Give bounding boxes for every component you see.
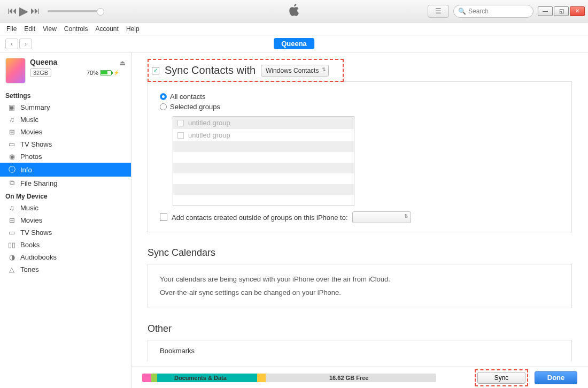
content-area: Sync Contacts with Windows Contacts All … bbox=[131, 52, 588, 388]
bottom-bar: Documents & Data 16.62 GB Free Sync Done bbox=[131, 367, 588, 388]
menu-edit[interactable]: Edit bbox=[24, 25, 35, 33]
tab-bar: ‹ › Queena bbox=[0, 35, 588, 52]
title-bar: ⏮ ▶ ⏭ ☰ 🔍 Search — ◱ ✕ bbox=[0, 0, 588, 22]
playback-controls: ⏮ ▶ ⏭ bbox=[7, 4, 40, 18]
eject-icon[interactable]: ⏏ bbox=[119, 59, 126, 67]
free-label: 16.62 GB Free bbox=[329, 375, 368, 381]
sync-contacts-select[interactable]: Windows Contacts bbox=[261, 65, 329, 77]
calendars-text-1: Your calendars are being synced with you… bbox=[160, 273, 560, 286]
ondevice-heading: On My Device bbox=[0, 189, 131, 202]
next-icon[interactable]: ⏭ bbox=[30, 5, 40, 17]
radio-all-contacts[interactable] bbox=[160, 93, 167, 100]
group-checkbox bbox=[177, 120, 184, 126]
sidebar: Queena ⏏ 32GB 70% ⚡ Settings ▣Summary ♫M… bbox=[0, 52, 131, 388]
device-name: Queena bbox=[30, 58, 57, 66]
photos-icon: ◉ bbox=[7, 153, 16, 161]
sidebar-item-label: Movies bbox=[20, 216, 42, 224]
menu-help[interactable]: Help bbox=[126, 25, 140, 33]
sidebar-item-music[interactable]: ♫Music bbox=[0, 113, 131, 126]
group-label: untitled group bbox=[188, 131, 230, 139]
sidebar-item-info[interactable]: ⓘInfo bbox=[0, 163, 131, 177]
tv-icon: ▭ bbox=[7, 229, 16, 237]
calendars-text-2: Over-the-air sync settings can be change… bbox=[160, 286, 560, 300]
sidebar-item-audiobooks[interactable]: ◑Audiobooks bbox=[0, 251, 131, 263]
menu-file[interactable]: File bbox=[6, 25, 17, 33]
sync-contacts-title: Sync Contacts with bbox=[165, 64, 256, 77]
search-input[interactable]: 🔍 Search bbox=[453, 5, 533, 18]
sidebar-item-tvshows2[interactable]: ▭TV Shows bbox=[0, 226, 131, 239]
battery-pct: 70% bbox=[87, 70, 98, 76]
forward-button[interactable]: › bbox=[19, 39, 32, 49]
add-contacts-select[interactable] bbox=[352, 211, 411, 223]
info-icon: ⓘ bbox=[7, 165, 16, 174]
radio-selected-groups[interactable] bbox=[160, 103, 167, 110]
sidebar-item-label: Tones bbox=[20, 265, 39, 273]
sync-button[interactable]: Sync bbox=[477, 372, 525, 384]
audiobooks-icon: ◑ bbox=[7, 253, 16, 261]
sidebar-item-label: Movies bbox=[20, 128, 42, 136]
tv-icon: ▭ bbox=[7, 140, 16, 148]
other-panel: Bookmarks bbox=[148, 340, 572, 361]
menu-bar: File Edit View Controls Account Help bbox=[0, 22, 588, 35]
calendars-panel: Your calendars are being synced with you… bbox=[148, 264, 572, 308]
groups-list: untitled group untitled group bbox=[173, 116, 354, 206]
sync-button-highlight: Sync bbox=[475, 369, 528, 386]
search-icon: 🔍 bbox=[458, 7, 466, 15]
sidebar-item-movies2[interactable]: ⊞Movies bbox=[0, 214, 131, 226]
other-bookmarks: Bookmarks bbox=[160, 347, 560, 355]
sidebar-item-label: Music bbox=[20, 204, 38, 212]
sidebar-item-books[interactable]: ▯▯Books bbox=[0, 239, 131, 251]
contacts-panel: All contacts Selected groups untitled gr… bbox=[148, 81, 572, 232]
radio-selected-label: Selected groups bbox=[170, 103, 220, 111]
other-title: Other bbox=[148, 323, 572, 334]
menu-controls[interactable]: Controls bbox=[64, 25, 88, 33]
sidebar-item-label: Summary bbox=[20, 103, 50, 111]
search-placeholder: Search bbox=[468, 7, 489, 15]
volume-slider[interactable] bbox=[48, 10, 101, 12]
play-icon[interactable]: ▶ bbox=[19, 4, 28, 18]
sidebar-item-label: Music bbox=[20, 116, 38, 124]
add-contacts-label: Add contacts created outside of groups o… bbox=[172, 214, 348, 222]
apple-logo-icon bbox=[288, 3, 300, 19]
sidebar-item-label: File Sharing bbox=[20, 179, 57, 187]
list-view-button[interactable]: ☰ bbox=[428, 5, 449, 18]
sync-contacts-checkbox[interactable] bbox=[152, 67, 159, 74]
menu-view[interactable]: View bbox=[43, 25, 57, 33]
movies-icon: ⊞ bbox=[7, 128, 16, 136]
sidebar-item-tones[interactable]: △Tones bbox=[0, 263, 131, 276]
sidebar-item-music2[interactable]: ♫Music bbox=[0, 202, 131, 214]
sidebar-item-label: TV Shows bbox=[20, 140, 52, 148]
sidebar-item-label: Audiobooks bbox=[20, 253, 57, 261]
add-contacts-checkbox[interactable] bbox=[160, 214, 167, 221]
music-icon: ♫ bbox=[7, 204, 16, 212]
prev-icon[interactable]: ⏮ bbox=[7, 5, 17, 17]
device-tab[interactable]: Queena bbox=[274, 38, 314, 49]
sidebar-item-movies[interactable]: ⊞Movies bbox=[0, 126, 131, 138]
sidebar-item-filesharing[interactable]: ⧉File Sharing bbox=[0, 177, 131, 189]
sidebar-item-photos[interactable]: ◉Photos bbox=[0, 150, 131, 163]
back-button[interactable]: ‹ bbox=[5, 39, 18, 49]
music-icon: ♫ bbox=[7, 116, 16, 124]
menu-account[interactable]: Account bbox=[96, 25, 119, 33]
sync-calendars-title: Sync Calendars bbox=[148, 247, 572, 258]
settings-heading: Settings bbox=[0, 89, 131, 101]
group-checkbox bbox=[177, 132, 184, 139]
filesharing-icon: ⧉ bbox=[7, 179, 16, 187]
sidebar-item-tvshows[interactable]: ▭TV Shows bbox=[0, 138, 131, 150]
minimize-button[interactable]: — bbox=[538, 6, 553, 16]
sidebar-item-label: Photos bbox=[20, 153, 42, 161]
summary-icon: ▣ bbox=[7, 103, 16, 111]
tones-icon: △ bbox=[7, 265, 16, 273]
maximize-button[interactable]: ◱ bbox=[554, 6, 569, 16]
group-label: untitled group bbox=[188, 119, 230, 127]
close-button[interactable]: ✕ bbox=[570, 6, 585, 16]
device-thumbnail bbox=[5, 58, 26, 83]
storage-label: Documents & Data bbox=[174, 375, 227, 381]
sync-contacts-header: Sync Contacts with Windows Contacts bbox=[148, 59, 344, 82]
sidebar-item-label: TV Shows bbox=[20, 229, 52, 237]
sidebar-item-label: Books bbox=[20, 241, 40, 249]
sidebar-item-summary[interactable]: ▣Summary bbox=[0, 101, 131, 113]
done-button[interactable]: Done bbox=[535, 371, 577, 384]
charging-icon: ⚡ bbox=[113, 70, 119, 75]
battery-icon bbox=[100, 70, 112, 75]
